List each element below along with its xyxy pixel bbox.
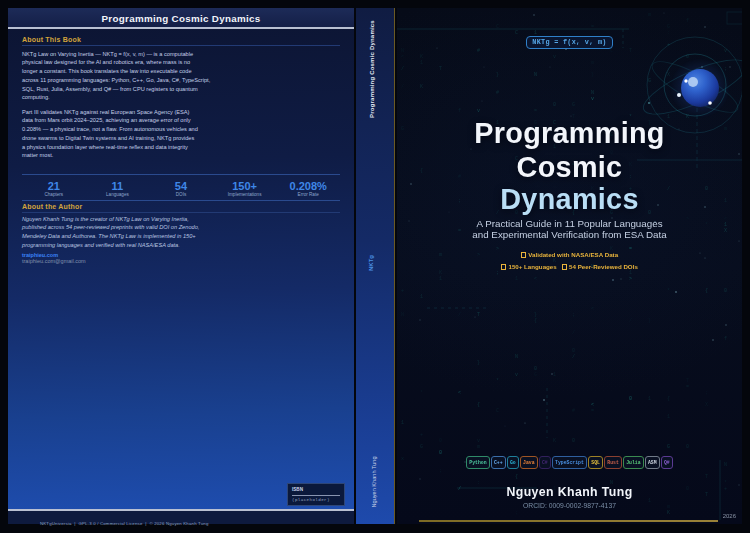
svg-text:#: # [496, 90, 499, 96]
svg-text:/: / [629, 318, 632, 324]
svg-text:;: ; [705, 390, 708, 396]
svg-text:<: < [458, 390, 461, 396]
svg-text:+: + [401, 288, 404, 294]
svg-text:1: 1 [515, 276, 518, 282]
svg-text:{: { [477, 402, 480, 408]
svg-text:T: T [477, 312, 480, 318]
svg-text:;: ; [515, 510, 518, 516]
svg-text:{: { [705, 288, 708, 294]
svg-text:=: = [534, 108, 537, 114]
svg-text:1: 1 [420, 60, 423, 66]
svg-text:v: v [477, 108, 480, 114]
svg-text:f: f [686, 18, 689, 24]
svg-text:1: 1 [439, 276, 442, 282]
svg-text:/: / [458, 312, 461, 318]
svg-text:;: ; [572, 312, 575, 318]
svg-text:=: = [686, 384, 689, 390]
svg-text:G: G [534, 372, 537, 378]
svg-text:G: G [572, 102, 575, 108]
svg-text:1: 1 [401, 420, 404, 426]
svg-text:m: m [591, 60, 594, 66]
svg-text:=: = [591, 408, 594, 414]
svg-text:G: G [420, 444, 423, 450]
svg-text:X: X [667, 72, 670, 78]
svg-text:f: f [724, 336, 727, 342]
svg-text:v: v [515, 372, 518, 378]
svg-text:C: C [496, 24, 499, 30]
svg-text:v: v [591, 96, 594, 102]
svg-text:m: m [648, 12, 651, 18]
svg-text:*: * [496, 378, 499, 384]
svg-text:0: 0 [572, 348, 575, 354]
svg-text:0: 0 [686, 444, 689, 450]
svg-text:}: } [648, 318, 651, 324]
svg-text:{: { [515, 474, 518, 480]
svg-text:*: * [420, 390, 423, 396]
svg-text:/: / [572, 354, 575, 360]
svg-text:K: K [420, 84, 423, 90]
svg-text:N: N [591, 90, 594, 96]
svg-text:1: 1 [667, 414, 670, 420]
svg-text:N: N [534, 72, 537, 78]
svg-text:0: 0 [629, 396, 632, 402]
svg-text:>: > [629, 276, 632, 282]
svg-text:v: v [477, 438, 480, 444]
svg-text:/: / [572, 330, 575, 336]
svg-text:0: 0 [724, 288, 727, 294]
svg-text:N: N [515, 354, 518, 360]
svg-text:}: } [591, 72, 594, 78]
svg-text:G: G [667, 444, 670, 450]
svg-text:0: 0 [553, 102, 556, 108]
svg-text:<: < [591, 402, 594, 408]
svg-text:K: K [553, 438, 556, 444]
svg-text:*: * [667, 288, 670, 294]
svg-text:=: = [591, 24, 594, 30]
svg-text:T: T [705, 474, 708, 480]
svg-text:T: T [439, 66, 442, 72]
svg-text:X: X [705, 402, 708, 408]
svg-text:N: N [401, 312, 404, 318]
svg-text:G: G [648, 78, 651, 84]
svg-text:K: K [667, 510, 670, 516]
svg-text:#: # [572, 408, 575, 414]
svg-text:K: K [420, 54, 423, 60]
svg-text:v: v [553, 54, 556, 60]
svg-text:{: { [667, 396, 670, 402]
svg-text:/: / [401, 84, 404, 90]
svg-text:C: C [496, 408, 499, 414]
svg-text:{: { [534, 318, 537, 324]
svg-text:<: < [591, 306, 594, 312]
svg-text:}: } [496, 72, 499, 78]
svg-text:0: 0 [572, 438, 575, 444]
svg-text:f: f [458, 108, 461, 114]
svg-text:m: m [477, 444, 480, 450]
svg-text:1: 1 [553, 372, 556, 378]
svg-text:1: 1 [648, 396, 651, 402]
svg-text:0: 0 [439, 438, 442, 444]
svg-text:+: + [420, 432, 423, 438]
svg-text:/: / [401, 66, 404, 72]
svg-text:<: < [401, 54, 404, 60]
svg-text:<: < [534, 276, 537, 282]
svg-text:1: 1 [420, 294, 423, 300]
svg-text:}: } [477, 360, 480, 366]
